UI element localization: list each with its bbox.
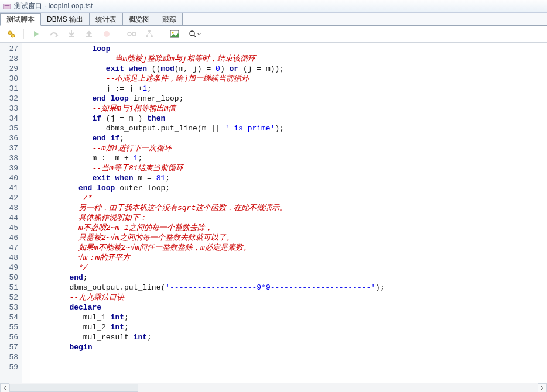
line-number: 29 bbox=[4, 64, 18, 74]
line-number: 28 bbox=[4, 54, 18, 64]
code-line[interactable]: √m：m的开平方 bbox=[33, 253, 547, 263]
svg-point-6 bbox=[104, 31, 110, 37]
line-number: 45 bbox=[4, 223, 18, 233]
code-line[interactable]: --m加1进行下一次循环 bbox=[33, 143, 547, 153]
code-line[interactable]: exit when ((mod(m, j) = 0) or (j = m)); bbox=[33, 64, 547, 74]
line-number: 33 bbox=[4, 104, 18, 114]
line-number: 34 bbox=[4, 114, 18, 123]
tab-label: 统计表 bbox=[95, 15, 117, 25]
step-over-icon[interactable] bbox=[49, 29, 59, 39]
tab-trace[interactable]: 跟踪 bbox=[156, 13, 183, 25]
window-title: 测试窗口 - loopInLoop.tst bbox=[14, 1, 93, 11]
code-line[interactable]: end loop inner_loop; bbox=[33, 94, 547, 104]
glasses-icon[interactable] bbox=[127, 29, 137, 39]
zoom-icon[interactable] bbox=[187, 29, 203, 39]
line-number-gutter: 2728293031323334353637383940414243444546… bbox=[0, 43, 22, 383]
code-line[interactable]: --九九乘法口诀 bbox=[33, 293, 547, 302]
svg-point-7 bbox=[128, 32, 131, 36]
line-number: 50 bbox=[4, 273, 18, 283]
run-icon[interactable] bbox=[31, 29, 42, 39]
line-number: 41 bbox=[4, 183, 18, 193]
code-line[interactable]: 如果m不能被2~√m间任一整数整除，m必定是素数。 bbox=[33, 243, 547, 253]
editor[interactable]: 2728293031323334353637383940414243444546… bbox=[0, 42, 547, 383]
svg-rect-0 bbox=[4, 4, 11, 9]
code-line[interactable]: end loop outer_loop; bbox=[33, 183, 547, 193]
code-line[interactable]: if (j = m ) then bbox=[33, 114, 547, 123]
code-line[interactable]: begin bbox=[33, 342, 547, 352]
code-line[interactable]: dbms_output.put_line('------------------… bbox=[33, 283, 547, 293]
line-number: 48 bbox=[4, 253, 18, 263]
svg-point-2 bbox=[8, 31, 12, 35]
svg-point-8 bbox=[132, 32, 136, 36]
line-number: 56 bbox=[4, 332, 18, 342]
code-line[interactable]: declare bbox=[33, 302, 547, 312]
line-number: 30 bbox=[4, 74, 18, 84]
code-line[interactable]: loop bbox=[33, 44, 547, 54]
code-line[interactable]: --当m能被j整除或m与j相等时，结束该循环 bbox=[33, 54, 547, 64]
svg-rect-1 bbox=[5, 5, 10, 6]
code-line[interactable]: exit when m = 81; bbox=[33, 173, 547, 183]
scroll-thumb[interactable] bbox=[9, 384, 138, 392]
tab-statistics[interactable]: 统计表 bbox=[89, 13, 123, 25]
separator bbox=[23, 29, 24, 39]
line-number: 58 bbox=[4, 352, 18, 362]
code-line[interactable]: --如果m与j相等输出m值 bbox=[33, 104, 547, 114]
code-line[interactable]: dbms_output.put_line(m || ' is prime'); bbox=[33, 123, 547, 133]
line-number: 55 bbox=[4, 322, 18, 332]
tab-profiler[interactable]: 概览图 bbox=[122, 13, 156, 25]
code-line[interactable]: mul_1 int; bbox=[33, 312, 547, 322]
svg-rect-4 bbox=[69, 36, 74, 37]
svg-rect-5 bbox=[86, 36, 92, 37]
svg-point-15 bbox=[190, 31, 194, 36]
code-line[interactable]: j := j +1; bbox=[33, 84, 547, 94]
svg-point-12 bbox=[151, 35, 153, 37]
code-area[interactable]: loop --当m能被j整除或m与j相等时，结束该循环 exit when ((… bbox=[30, 43, 547, 383]
code-line[interactable]: /* bbox=[33, 193, 547, 203]
line-number: 54 bbox=[4, 312, 18, 322]
code-line[interactable]: --当m等于81结束当前循环 bbox=[33, 163, 547, 173]
tree-icon[interactable] bbox=[144, 29, 155, 39]
line-number: 31 bbox=[4, 84, 18, 94]
code-line[interactable]: 具体操作说明如下： bbox=[33, 213, 547, 223]
app-icon bbox=[2, 2, 12, 11]
tab-label: DBMS 输出 bbox=[47, 15, 83, 25]
horizontal-scrollbar[interactable] bbox=[0, 383, 547, 392]
beautifier-icon[interactable] bbox=[6, 29, 16, 39]
code-line[interactable]: mul_2 int; bbox=[33, 322, 547, 332]
line-number: 35 bbox=[4, 123, 18, 133]
image-icon[interactable] bbox=[169, 29, 180, 39]
line-number: 53 bbox=[4, 302, 18, 312]
separator bbox=[162, 29, 162, 39]
line-number: 52 bbox=[4, 293, 18, 302]
tab-bar: 测试脚本 DBMS 输出 统计表 概览图 跟踪 bbox=[0, 13, 547, 26]
separator bbox=[119, 29, 119, 39]
code-line[interactable]: end; bbox=[33, 273, 547, 283]
scroll-right-button[interactable] bbox=[538, 383, 547, 392]
tab-test-script[interactable]: 测试脚本 bbox=[0, 13, 41, 26]
code-line[interactable]: 另一种，由于我本机这个没有sqrt这个函数，在此不做演示。 bbox=[33, 203, 547, 213]
breakpoint-icon[interactable] bbox=[101, 29, 112, 39]
line-number: 57 bbox=[4, 342, 18, 352]
code-line[interactable]: 只需被2~√m之间的每一个整数去除就可以了。 bbox=[33, 233, 547, 243]
tab-dbms-output[interactable]: DBMS 输出 bbox=[40, 13, 90, 25]
scroll-left-button[interactable] bbox=[0, 383, 9, 392]
code-line[interactable]: mul_result int; bbox=[33, 332, 547, 342]
svg-point-3 bbox=[11, 34, 15, 37]
code-line[interactable]: m := m + 1; bbox=[33, 153, 547, 163]
line-number: 59 bbox=[4, 362, 18, 372]
code-line[interactable]: */ bbox=[33, 263, 547, 273]
tab-label: 测试脚本 bbox=[6, 15, 35, 25]
svg-line-16 bbox=[194, 35, 196, 37]
line-number: 40 bbox=[4, 173, 18, 183]
line-number: 32 bbox=[4, 94, 18, 104]
code-line[interactable]: end if; bbox=[33, 133, 547, 143]
line-number: 46 bbox=[4, 233, 18, 243]
code-line[interactable]: --不满足上述条件，给j加一继续当前循环 bbox=[33, 74, 547, 84]
step-out-icon[interactable] bbox=[84, 29, 94, 39]
line-number: 27 bbox=[4, 44, 18, 54]
svg-point-10 bbox=[148, 30, 151, 32]
step-into-icon[interactable] bbox=[66, 29, 77, 39]
fold-column bbox=[22, 43, 30, 383]
code-line[interactable]: m不必呗2~m-1之间的每一个整数去除， bbox=[33, 223, 547, 233]
line-number: 37 bbox=[4, 143, 18, 153]
